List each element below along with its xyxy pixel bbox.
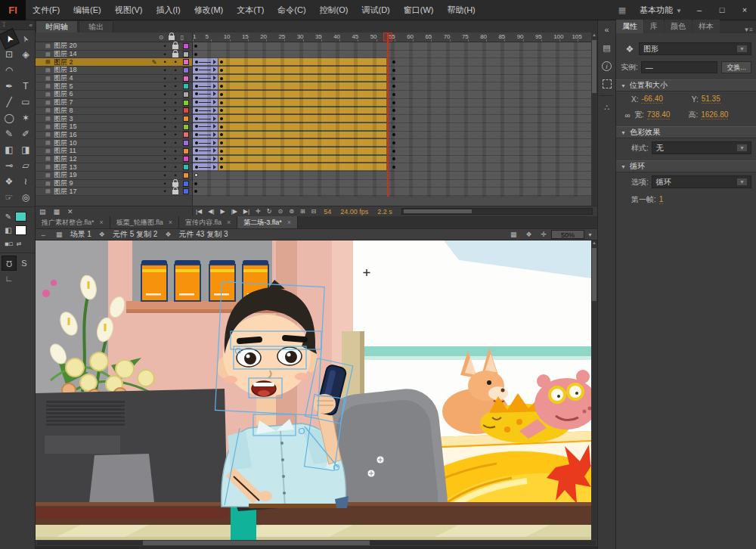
selected-frames-span[interactable] (218, 107, 387, 114)
menu-item[interactable]: 窗口(W) (397, 0, 441, 20)
layer-visibility-dot[interactable]: • (160, 155, 170, 163)
selected-frames-span[interactable] (218, 115, 387, 122)
layer-visibility-dot[interactable]: • (160, 115, 170, 123)
scrollbar-thumb[interactable] (592, 40, 596, 93)
layer-visibility-dot[interactable]: • (160, 147, 170, 155)
layer-lock-toggle[interactable] (170, 181, 181, 187)
properties-tab[interactable]: 属性 (616, 20, 643, 33)
stage-canvas[interactable] (36, 240, 591, 540)
keyframe-dot[interactable] (220, 150, 223, 153)
properties-tab[interactable]: 样本 (692, 20, 720, 33)
keyframe-dot[interactable] (392, 93, 395, 96)
keyframe-dot[interactable] (220, 117, 223, 120)
layer-visibility-dot[interactable]: • (160, 188, 170, 195)
frame-rate-value[interactable]: 24.00 fps (336, 208, 373, 216)
pen-tool[interactable]: ✒ (1, 79, 17, 95)
menu-item[interactable]: 编辑(E) (67, 0, 108, 20)
paint-bucket-tool[interactable]: ◧ (1, 142, 17, 158)
free-transform-tool[interactable]: ⊡ (1, 47, 17, 63)
menu-item[interactable]: 控制(O) (313, 0, 355, 20)
motion-tween-span[interactable] (193, 132, 218, 138)
loop-options-select[interactable]: 循环▼ (652, 175, 751, 188)
layer-visibility-dot[interactable]: • (160, 172, 170, 179)
stage-vertical-scrollbar[interactable]: ▲ (591, 240, 597, 540)
loop-button[interactable]: ↻ (264, 208, 275, 215)
motion-tween-span[interactable] (193, 123, 218, 130)
minimize-button[interactable]: – (688, 0, 711, 20)
layer-lock-toggle[interactable] (170, 188, 181, 194)
center-stage-button[interactable]: ✛ (537, 231, 552, 238)
ink-bottle-tool[interactable]: ◨ (17, 142, 34, 158)
selected-frames-span[interactable] (218, 67, 387, 73)
y-value[interactable]: 51.35 (702, 95, 720, 104)
panel-menu-icon[interactable]: ▼≡ (740, 26, 756, 33)
selected-frames-span[interactable] (218, 132, 387, 138)
layer-lock-dot[interactable]: • (170, 139, 181, 147)
selected-frames-span[interactable] (218, 139, 387, 146)
keyframe-dot[interactable] (220, 77, 223, 80)
motion-tween-span[interactable] (193, 163, 218, 170)
keyframe-dot[interactable] (392, 85, 395, 88)
layer-visibility-dot[interactable]: • (160, 91, 170, 98)
keyframe-dot[interactable] (392, 69, 395, 72)
layer-frames-row[interactable] (193, 107, 591, 116)
close-button[interactable]: × (733, 0, 756, 20)
layer-lock-dot[interactable]: • (170, 131, 181, 138)
workspace-switcher[interactable]: 基本功能▼ (634, 5, 688, 16)
layer-lock-dot[interactable]: • (170, 99, 181, 107)
keyframe-dot[interactable] (392, 166, 395, 169)
layer-lock-toggle[interactable] (170, 43, 181, 49)
edit-scene-button[interactable]: ▦ (506, 231, 522, 238)
snap-to-objects-toggle[interactable]: Ω (2, 256, 17, 271)
info-panel-icon[interactable]: i (598, 57, 615, 75)
chevron-down-icon[interactable]: ▼ (587, 232, 593, 237)
motion-tween-span[interactable] (193, 58, 218, 65)
layer-lock-dot[interactable]: • (170, 107, 181, 114)
selected-frames-span[interactable] (218, 75, 387, 82)
pencil-tool[interactable]: ✎ (1, 126, 17, 142)
current-frame-value[interactable]: 54 (319, 208, 336, 216)
line-tool[interactable]: ╱ (1, 95, 17, 110)
layer-visibility-dot[interactable]: • (160, 123, 170, 131)
polystar-tool[interactable]: ✶ (17, 110, 34, 126)
fill-color-swatch[interactable] (15, 225, 26, 235)
menu-item[interactable]: 帮助(H) (441, 0, 482, 20)
arrange-documents-icon[interactable]: ▦ (611, 5, 634, 15)
frames-area[interactable]: 1510152025303540455055606570758085909510… (193, 33, 591, 206)
layer-visibility-dot[interactable]: • (160, 75, 170, 82)
zoom-tool[interactable]: ◎ (17, 190, 34, 206)
properties-tab[interactable]: 颜色 (665, 20, 692, 33)
layer-lock-dot[interactable]: • (170, 75, 181, 82)
scrollbar-thumb[interactable] (143, 541, 370, 545)
first-frame-value[interactable]: 1 (659, 195, 664, 204)
document-tab[interactable]: 第二场-3.fla*× (237, 216, 298, 228)
layer-frames-row[interactable] (193, 91, 591, 99)
layer-lock-dot[interactable]: • (170, 115, 181, 123)
keyframe-dot[interactable] (194, 53, 197, 56)
layer-lock-dot[interactable]: • (170, 123, 181, 131)
timeline-vertical-scrollbar[interactable]: ▲ (591, 33, 597, 206)
outline-all-icon[interactable]: ▯ (177, 34, 187, 41)
keyframe-dot[interactable] (392, 126, 395, 129)
keyframe-dot[interactable] (220, 69, 223, 72)
stage[interactable] (36, 240, 591, 540)
layer-row[interactable]: ▤图层 17• (36, 188, 192, 196)
properties-tab[interactable]: 库 (644, 20, 664, 33)
layer-visibility-dot[interactable]: • (160, 131, 170, 138)
close-tab-icon[interactable]: × (100, 219, 104, 226)
keyframe-dot[interactable] (392, 141, 395, 144)
keyframe-dot[interactable] (392, 60, 395, 64)
layer-frames-row[interactable] (193, 147, 591, 156)
motion-tween-span[interactable] (193, 91, 218, 98)
menu-item[interactable]: 调试(D) (355, 0, 397, 20)
selected-frames-span[interactable] (218, 123, 387, 130)
menu-item[interactable]: 命令(C) (271, 0, 312, 20)
keyframe-dot[interactable] (392, 109, 395, 112)
layer-visibility-dot[interactable]: • (160, 139, 170, 147)
layer-lock-dot[interactable]: • (170, 147, 181, 155)
onion-skin-button[interactable]: ⊙ (275, 208, 287, 215)
document-tab[interactable]: 板栗_轮播图.fla× (110, 216, 179, 228)
layer-visibility-dot[interactable]: • (160, 82, 170, 90)
play-button[interactable]: ▶ (217, 208, 228, 215)
zoom-level-select[interactable]: 50% (551, 230, 584, 239)
